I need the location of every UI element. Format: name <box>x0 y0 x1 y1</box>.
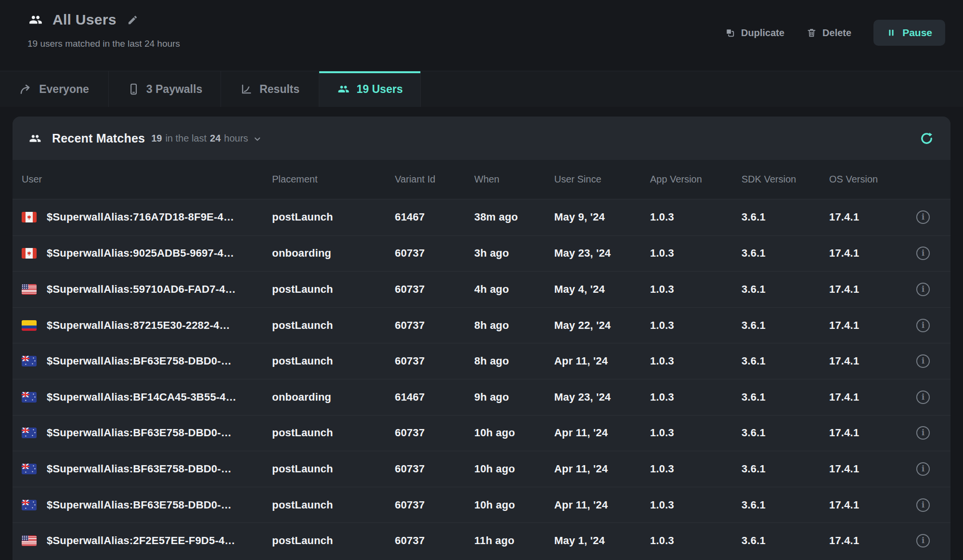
column-header-user-since: User Since <box>554 174 650 185</box>
refresh-icon[interactable] <box>919 131 934 146</box>
chart-line-icon <box>240 83 253 95</box>
placement-cell: postLaunch <box>272 319 395 332</box>
pause-button[interactable]: Pause <box>873 20 945 46</box>
tab-users-label: 19 Users <box>357 83 403 96</box>
variant-id-cell: 60737 <box>395 283 474 296</box>
variant-id-cell: 60737 <box>395 247 474 260</box>
table-row[interactable]: $SuperwallAlias:716A7D18-8F9E-4… postLau… <box>13 199 950 235</box>
header-actions: Duplicate Delete Pause <box>725 20 945 46</box>
when-cell: 4h ago <box>474 283 554 296</box>
app-version-cell: 1.0.3 <box>650 463 742 475</box>
os-version-cell: 17.4.1 <box>829 463 905 475</box>
column-header-os-version: OS Version <box>829 174 905 185</box>
sdk-version-cell: 3.6.1 <box>742 534 829 547</box>
info-icon[interactable] <box>916 210 930 224</box>
tab-results[interactable]: Results <box>221 71 319 107</box>
sdk-version-cell: 3.6.1 <box>742 355 829 367</box>
info-icon[interactable] <box>916 319 930 332</box>
variant-id-cell: 60737 <box>395 499 474 511</box>
page-header: All Users 19 users matched in the last 2… <box>0 0 963 71</box>
info-icon[interactable] <box>916 391 930 404</box>
pause-label: Pause <box>902 27 932 39</box>
placement-cell: postLaunch <box>272 211 395 223</box>
user-since-cell: May 4, '24 <box>554 283 650 296</box>
user-alias: $SuperwallAlias:BF63E758-DBD0-… <box>47 463 232 475</box>
app-version-cell: 1.0.3 <box>650 499 742 511</box>
trash-icon <box>807 27 817 38</box>
table-row[interactable]: $SuperwallAlias:9025ADB5-9697-4… onboard… <box>13 235 950 272</box>
table-row[interactable]: $SuperwallAlias:BF63E758-DBD0-… postLaun… <box>13 451 950 487</box>
user-since-cell: May 23, '24 <box>554 391 650 404</box>
table-row[interactable]: $SuperwallAlias:59710AD6-FAD7-4… postLau… <box>13 271 950 307</box>
duplicate-label: Duplicate <box>741 27 784 39</box>
user-since-cell: Apr 11, '24 <box>554 427 650 439</box>
au-flag-icon <box>22 500 37 510</box>
table-row[interactable]: $SuperwallAlias:BF63E758-DBD0-… postLaun… <box>13 487 950 523</box>
delete-button[interactable]: Delete <box>807 27 851 39</box>
table-row[interactable]: $SuperwallAlias:BF63E758-DBD0-… postLaun… <box>13 343 950 379</box>
placement-cell: postLaunch <box>272 355 395 367</box>
delete-label: Delete <box>822 27 851 39</box>
pencil-icon[interactable] <box>127 14 138 26</box>
ca-flag-icon <box>22 212 37 222</box>
user-since-cell: May 9, '24 <box>554 211 650 223</box>
app-version-cell: 1.0.3 <box>650 534 742 547</box>
when-cell: 8h ago <box>474 319 554 332</box>
user-since-cell: Apr 11, '24 <box>554 355 650 367</box>
placement-cell: onboarding <box>272 391 395 404</box>
duplicate-icon <box>725 27 735 38</box>
column-header-app-version: App Version <box>650 174 742 185</box>
sdk-version-cell: 3.6.1 <box>742 391 829 404</box>
tab-paywalls[interactable]: 3 Paywalls <box>109 71 221 107</box>
user-alias: $SuperwallAlias:59710AD6-FAD7-4… <box>47 283 236 296</box>
user-alias: $SuperwallAlias:BF63E758-DBD0-… <box>47 427 232 439</box>
info-icon[interactable] <box>916 426 930 440</box>
os-version-cell: 17.4.1 <box>829 283 905 296</box>
app: { "header": { "icon": "users-icon", "tit… <box>0 0 963 560</box>
co-flag-icon <box>22 320 37 331</box>
table-row[interactable]: $SuperwallAlias:BF14CA45-3B55-4… onboard… <box>13 379 950 415</box>
tab-users[interactable]: 19 Users <box>319 71 421 107</box>
variant-id-cell: 60737 <box>395 463 474 475</box>
when-cell: 11h ago <box>474 534 554 547</box>
user-since-cell: Apr 11, '24 <box>554 463 650 475</box>
tab-results-label: Results <box>260 83 299 96</box>
ca-flag-icon <box>22 248 37 259</box>
variant-id-cell: 60737 <box>395 427 474 439</box>
au-flag-icon <box>22 428 37 438</box>
us-flag-icon <box>22 535 37 546</box>
app-version-cell: 1.0.3 <box>650 355 742 367</box>
table-row[interactable]: $SuperwallAlias:2F2E57EE-F9D5-4… postLau… <box>13 522 950 559</box>
info-icon[interactable] <box>916 247 930 260</box>
user-alias: $SuperwallAlias:2F2E57EE-F9D5-4… <box>47 534 235 547</box>
filter-number: 24 <box>210 133 221 144</box>
us-flag-icon <box>22 284 37 295</box>
table-row[interactable]: $SuperwallAlias:87215E30-2282-4… postLau… <box>13 307 950 343</box>
au-flag-icon <box>22 392 37 403</box>
os-version-cell: 17.4.1 <box>829 355 905 367</box>
table-row[interactable]: $SuperwallAlias:BF63E758-DBD0-… postLaun… <box>13 415 950 451</box>
info-icon[interactable] <box>916 498 930 512</box>
user-alias: $SuperwallAlias:87215E30-2282-4… <box>47 319 230 332</box>
sdk-version-cell: 3.6.1 <box>742 427 829 439</box>
app-version-cell: 1.0.3 <box>650 319 742 332</box>
os-version-cell: 17.4.1 <box>829 319 905 332</box>
au-flag-icon <box>22 356 37 366</box>
panel-title: Recent Matches <box>52 131 145 145</box>
placement-cell: postLaunch <box>272 499 395 511</box>
info-icon[interactable] <box>916 462 930 476</box>
info-icon[interactable] <box>916 283 930 296</box>
info-icon[interactable] <box>916 534 930 547</box>
user-alias: $SuperwallAlias:BF63E758-DBD0-… <box>47 499 232 511</box>
placement-cell: onboarding <box>272 247 395 260</box>
column-header-variant-id: Variant Id <box>395 174 474 185</box>
matches-filter-dropdown[interactable]: 19 in the last 24 hours <box>151 133 262 144</box>
app-version-cell: 1.0.3 <box>650 247 742 260</box>
tab-everyone[interactable]: Everyone <box>0 71 109 107</box>
app-version-cell: 1.0.3 <box>650 391 742 404</box>
au-flag-icon <box>22 464 37 474</box>
info-icon[interactable] <box>916 354 930 368</box>
duplicate-button[interactable]: Duplicate <box>725 27 784 39</box>
os-version-cell: 17.4.1 <box>829 391 905 404</box>
os-version-cell: 17.4.1 <box>829 427 905 439</box>
